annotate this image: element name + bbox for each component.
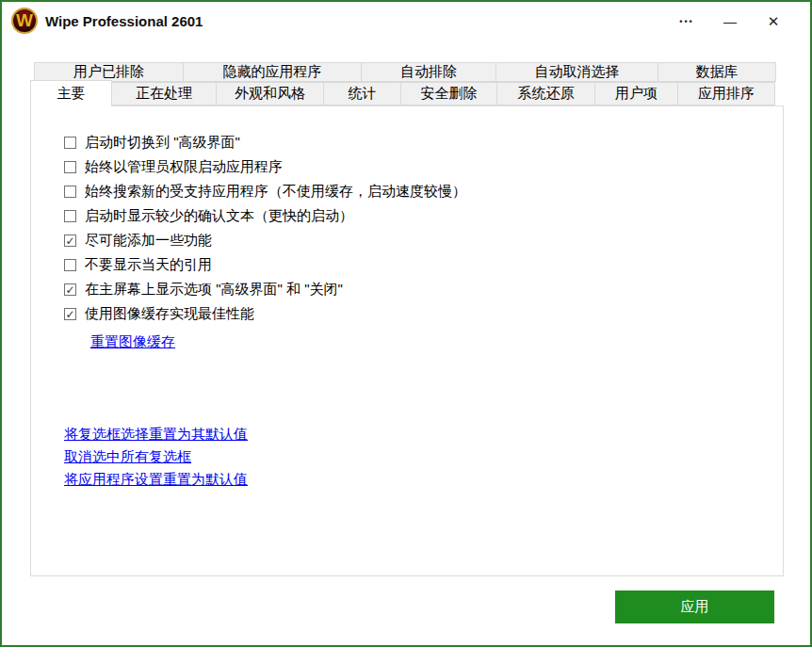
tab-main[interactable]: 主要 <box>30 80 112 106</box>
title-bar: W Wipe Professional 2601 ••• — ✕ <box>2 2 810 41</box>
checkbox-switch-advanced-ui[interactable]: 启动时切换到 "高级界面" <box>64 135 466 151</box>
link-reset-checkboxes-default[interactable]: 将复选框选择重置为其默认值 <box>64 427 248 442</box>
tab-row-primary: 主要 正在处理 外观和风格 统计 安全删除 系统还原 用户项 应用排序 <box>30 82 775 105</box>
tab-database[interactable]: 数据库 <box>658 62 776 82</box>
tab-statistics[interactable]: 统计 <box>323 82 401 105</box>
checkbox-add-features[interactable]: ✓ 尽可能添加一些功能 <box>64 233 466 249</box>
tab-users-excluded[interactable]: 用户已排除 <box>34 62 184 82</box>
tab-look-and-feel[interactable]: 外观和风格 <box>216 82 324 105</box>
checkbox-icon[interactable]: ✓ <box>64 283 76 296</box>
checkbox-icon[interactable] <box>64 161 76 173</box>
checkbox-no-quote-of-day[interactable]: 不要显示当天的引用 <box>64 257 466 273</box>
checkbox-always-search-apps[interactable]: 始终搜索新的受支持应用程序（不使用缓存，启动速度较慢） <box>64 184 466 200</box>
checkbox-label: 始终以管理员权限启动应用程序 <box>85 158 283 176</box>
tab-auto-deselect[interactable]: 自动取消选择 <box>495 62 658 82</box>
checkbox-image-cache[interactable]: ✓ 使用图像缓存实现最佳性能 <box>64 306 466 322</box>
app-window: { "window": { "title": "Wipe Professiona… <box>0 0 812 647</box>
checkbox-icon[interactable] <box>64 137 76 149</box>
logo-letter: W <box>16 10 33 31</box>
checkbox-list: 启动时切换到 "高级界面" 始终以管理员权限启动应用程序 始终搜索新的受支持应用… <box>64 135 466 331</box>
link-uncheck-all-checkboxes[interactable]: 取消选中所有复选框 <box>64 449 248 464</box>
window-controls: ••• — ✕ <box>665 2 795 41</box>
tab-secure-delete[interactable]: 安全删除 <box>400 82 497 105</box>
app-logo-icon: W <box>11 8 38 34</box>
close-button[interactable]: ✕ <box>752 2 795 41</box>
link-reset-image-cache[interactable]: 重置图像缓存 <box>90 333 175 351</box>
checkbox-label: 使用图像缓存实现最佳性能 <box>85 305 254 323</box>
checkbox-less-confirmation-text[interactable]: 启动时显示较少的确认文本（更快的启动） <box>64 208 466 224</box>
checkbox-label: 在主屏幕上显示选项 "高级界面" 和 "关闭" <box>85 281 343 299</box>
checkbox-icon[interactable]: ✓ <box>64 235 76 247</box>
checkbox-label: 启动时切换到 "高级界面" <box>85 134 240 152</box>
link-reset-app-settings-default[interactable]: 将应用程序设置重置为默认值 <box>64 472 248 487</box>
tab-system-restore[interactable]: 系统还原 <box>496 82 595 105</box>
tab-auto-exclude[interactable]: 自动排除 <box>361 62 496 82</box>
settings-panel: 启动时切换到 "高级界面" 始终以管理员权限启动应用程序 始终搜索新的受支持应用… <box>30 105 784 576</box>
checkbox-icon[interactable] <box>64 186 76 198</box>
tab-hidden-apps[interactable]: 隐藏的应用程序 <box>183 62 362 82</box>
tab-row-secondary: 用户已排除 隐藏的应用程序 自动排除 自动取消选择 数据库 <box>34 62 776 82</box>
checkbox-icon[interactable]: ✓ <box>64 308 76 320</box>
tab-app-sorting[interactable]: 应用排序 <box>677 82 775 105</box>
checkbox-run-as-admin[interactable]: 始终以管理员权限启动应用程序 <box>64 159 466 175</box>
window-title: Wipe Professional 2601 <box>45 2 203 41</box>
checkbox-icon[interactable] <box>64 259 76 271</box>
checkbox-label: 尽可能添加一些功能 <box>85 232 212 250</box>
checkbox-label: 不要显示当天的引用 <box>85 256 212 274</box>
apply-button[interactable]: 应用 <box>615 590 774 623</box>
tab-user-items[interactable]: 用户项 <box>594 82 678 105</box>
more-options-button[interactable]: ••• <box>665 2 708 41</box>
checkbox-icon[interactable] <box>64 210 76 222</box>
tab-processing[interactable]: 正在处理 <box>111 82 217 105</box>
bottom-links: 将复选框选择重置为其默认值 取消选中所有复选框 将应用程序设置重置为默认值 <box>64 427 248 494</box>
checkbox-label: 启动时显示较少的确认文本（更快的启动） <box>85 207 353 225</box>
minimize-button[interactable]: — <box>708 2 752 41</box>
checkbox-label: 始终搜索新的受支持应用程序（不使用缓存，启动速度较慢） <box>85 183 466 201</box>
checkbox-main-screen-options[interactable]: ✓ 在主屏幕上显示选项 "高级界面" 和 "关闭" <box>64 282 466 298</box>
